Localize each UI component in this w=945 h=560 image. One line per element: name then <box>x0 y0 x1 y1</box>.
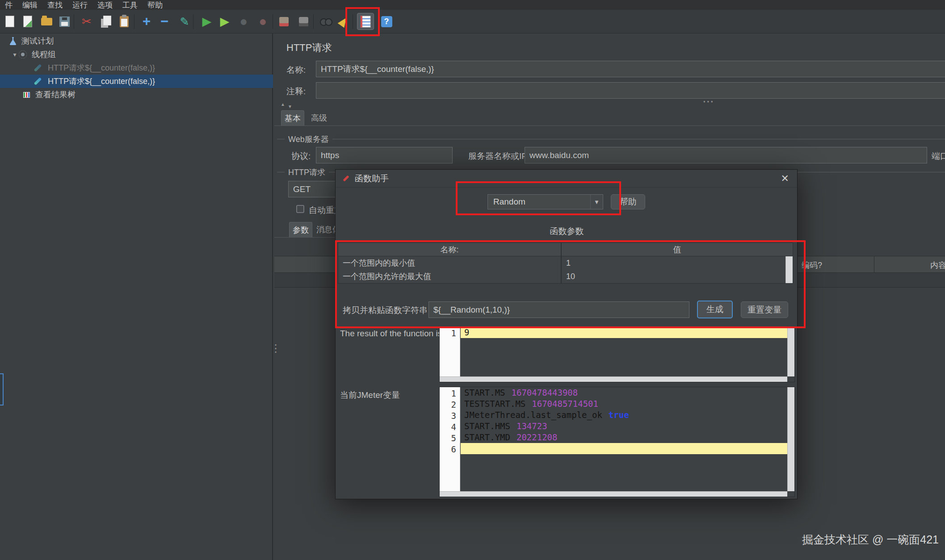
play-glyph: ▶ <box>220 14 230 29</box>
menu-run[interactable]: 运行 <box>67 0 92 10</box>
generate-button[interactable]: 生成 <box>697 301 733 318</box>
variable-line: START.YMD 20221208 <box>461 432 794 443</box>
follow-redirects-checkbox[interactable] <box>296 205 304 213</box>
variables-editor[interactable]: 1 2 3 4 5 6 START.MS 1670478443908 TESTS… <box>439 387 795 497</box>
pencil-glyph: ✎ <box>180 15 189 28</box>
vertical-scrollbar[interactable] <box>787 387 794 491</box>
start-no-pauses-icon[interactable]: ▶ <box>216 13 233 30</box>
vertical-scrollbar[interactable] <box>787 327 794 376</box>
function-params-title: 函数参数 <box>336 226 798 237</box>
tree-item-label: 测试计划 <box>21 36 54 46</box>
menu-tools[interactable]: 工具 <box>118 0 143 10</box>
view-results-tree-icon <box>23 92 30 98</box>
column-encoding: 编码? <box>793 260 831 271</box>
param-row-name[interactable]: 一个范围内允许的最大值 <box>338 270 561 284</box>
expand-all-icon[interactable]: + <box>138 13 155 30</box>
horizontal-scrollbar[interactable] <box>440 491 787 497</box>
menu-edit[interactable]: 编辑 <box>17 0 42 10</box>
tab-basic[interactable]: 基本 <box>281 110 304 125</box>
open-file-icon[interactable] <box>38 13 55 30</box>
param-row-name[interactable]: 一个范围内的最小值 <box>338 256 561 270</box>
search-icon[interactable] <box>318 13 335 30</box>
param-name-header: 名称: <box>338 242 561 256</box>
tree-item-http-request-disabled[interactable]: HTTP请求${__counter(false,)} <box>0 61 273 75</box>
server-name-input[interactable]: www.baidu.com <box>525 147 927 163</box>
remote-shutdown-all-icon[interactable] <box>295 13 312 30</box>
collapse-all-icon[interactable]: − <box>156 13 173 30</box>
toolbar-separator <box>134 14 134 29</box>
tree-item-label: HTTP请求${__counter(false,)} <box>48 76 155 87</box>
menu-help[interactable]: 帮助 <box>143 0 168 10</box>
help-button[interactable]: 帮助 <box>611 194 645 209</box>
stop-icon[interactable]: ● <box>235 13 252 30</box>
help-icon[interactable]: ? <box>378 13 395 30</box>
menu-options[interactable]: 选项 <box>92 0 118 10</box>
column-divider <box>874 256 874 273</box>
tab-advanced[interactable]: 高级 <box>307 110 331 125</box>
remote-start-all-icon[interactable] <box>275 13 292 30</box>
name-input[interactable]: HTTP请求${__counter(false,)} <box>316 61 945 77</box>
comment-input[interactable] <box>316 82 945 99</box>
save-icon[interactable] <box>56 13 73 30</box>
params-tab-underline <box>274 237 336 238</box>
param-row-value[interactable]: 10 <box>561 270 793 284</box>
line-number: 6 <box>440 444 456 455</box>
chevron-down-icon[interactable]: ▼ <box>590 195 603 209</box>
method-select[interactable]: GET <box>288 181 336 197</box>
line-number: 1 <box>440 388 456 399</box>
web-server-section-line <box>277 139 945 139</box>
variable-value: true <box>609 410 629 421</box>
shutdown-icon[interactable]: ● <box>254 13 271 30</box>
variables-content[interactable]: START.MS 1670478443908 TESTSTART.MS 1670… <box>461 387 794 497</box>
toggle-element-icon[interactable]: ✎ <box>176 13 193 30</box>
start-icon[interactable]: ▶ <box>198 13 215 30</box>
tree-item-label: 查看结果树 <box>35 89 76 100</box>
copy-icon[interactable] <box>97 13 114 30</box>
function-helper-icon[interactable] <box>357 13 374 30</box>
broom-glyph <box>338 15 350 28</box>
pane-collapse-icon[interactable]: ▲ <box>281 102 285 107</box>
result-content[interactable]: 9 <box>461 327 794 382</box>
reset-variables-button[interactable]: 重置变量 <box>741 301 788 318</box>
shutdown-glyph: ● <box>259 14 267 29</box>
thread-group-icon <box>19 50 27 59</box>
test-plan-icon <box>9 37 17 45</box>
http-request-icon <box>34 77 42 85</box>
result-editor[interactable]: 1 9 <box>439 326 795 382</box>
chevron-down-icon[interactable]: ▾ <box>11 51 19 58</box>
toolbar-separator <box>193 14 193 29</box>
tab-parameters[interactable]: 参数 <box>289 222 312 237</box>
line-number: 4 <box>440 422 456 433</box>
protocol-input[interactable]: https <box>316 147 453 163</box>
pane-expand-icon[interactable]: ▼ <box>288 104 292 109</box>
result-label: The result of the function is <box>340 329 442 339</box>
tree-item-view-results-tree[interactable]: 查看结果树 <box>0 88 273 101</box>
function-string-input[interactable]: ${__Random(1,10,)} <box>428 301 689 318</box>
tree-item-test-plan[interactable]: 测试计划 <box>0 34 273 48</box>
cut-icon[interactable]: ✂ <box>78 13 95 30</box>
left-edge-focus-fragment <box>0 373 4 405</box>
function-select[interactable]: Random ▼ <box>487 194 603 209</box>
tree-item-thread-group[interactable]: ▾ 线程组 <box>0 48 273 61</box>
toolbar-separator <box>74 14 74 29</box>
paste-icon[interactable] <box>116 13 133 30</box>
dialog-title-bar[interactable]: 函数助手 ✕ <box>336 170 797 188</box>
function-select-value: Random <box>488 197 590 207</box>
new-file-icon[interactable] <box>1 13 18 30</box>
param-value-header: 值 <box>561 242 793 256</box>
menu-search[interactable]: 查找 <box>42 0 67 10</box>
server-name-label: 服务器名称或IP: <box>468 150 529 162</box>
splitter-handle[interactable]: ⋮ <box>270 342 281 355</box>
web-server-section-title: Web服务器 <box>285 134 332 145</box>
new-from-template-icon[interactable] <box>19 13 36 30</box>
new-file-glyph <box>5 16 14 27</box>
param-row-value[interactable]: 1 <box>561 256 793 270</box>
search-reset-icon[interactable] <box>335 13 352 30</box>
minus-glyph: − <box>160 13 168 29</box>
close-icon[interactable]: ✕ <box>781 173 789 184</box>
menu-file[interactable]: 件 <box>0 0 17 10</box>
tree-item-http-request-selected[interactable]: HTTP请求${__counter(false,)} <box>0 75 273 88</box>
horizontal-splitter-handle[interactable]: ⋯ <box>702 95 714 109</box>
horizontal-scrollbar[interactable] <box>440 376 787 382</box>
table-scrollbar[interactable] <box>785 256 793 283</box>
